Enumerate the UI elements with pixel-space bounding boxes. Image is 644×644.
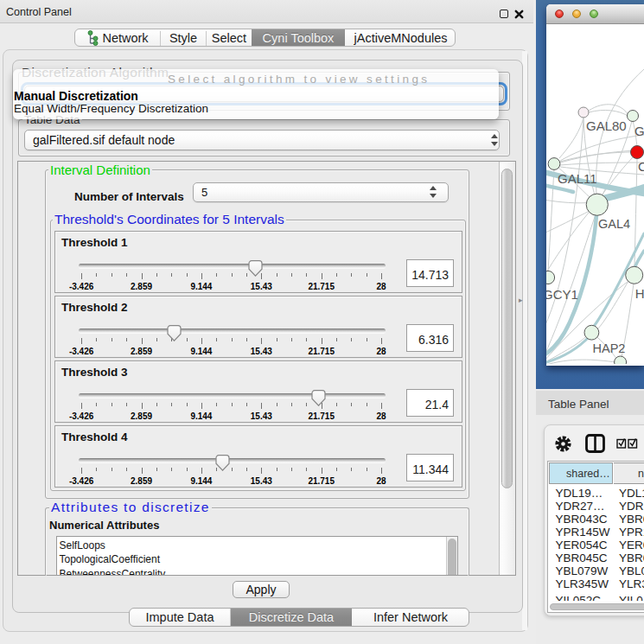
svg-text:GAL80: GAL80 — [586, 118, 627, 133]
svg-text:GAL4: GAL4 — [598, 217, 630, 231]
svg-text:C: C — [638, 159, 644, 174]
svg-text:HAP2: HAP2 — [593, 341, 626, 355]
svg-text:H: H — [635, 286, 644, 301]
svg-text:GCY1: GCY1 — [546, 287, 578, 302]
svg-text:GAL11: GAL11 — [558, 171, 597, 186]
svg-text:GA: GA — [634, 124, 644, 138]
